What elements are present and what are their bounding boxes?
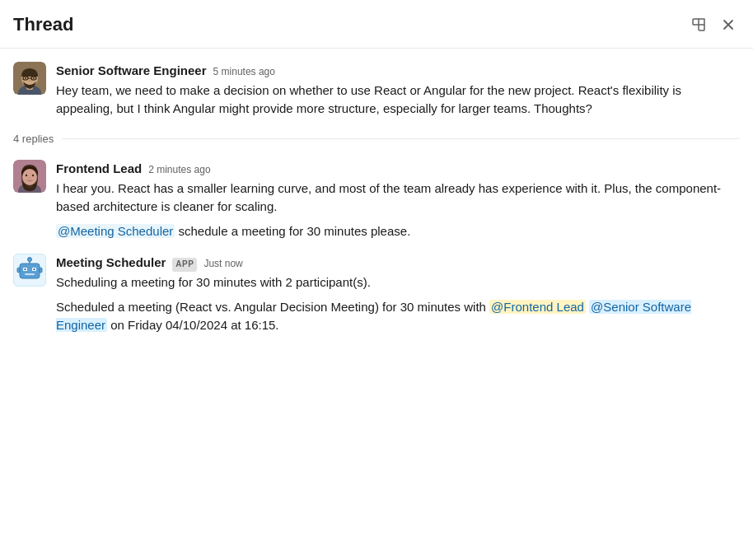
svg-rect-29	[40, 268, 42, 273]
svg-point-11	[29, 80, 31, 82]
message-paragraph: Scheduling a meeting for 30 minutes with…	[56, 273, 740, 292]
message-paragraph: I hear you. React has a smaller learning…	[56, 180, 740, 216]
sender-name: Senior Software Engineer	[56, 62, 207, 80]
thread-header: Thread	[0, 0, 753, 49]
svg-point-16	[22, 169, 37, 185]
svg-rect-1	[699, 25, 704, 30]
message-content: Frontend Lead 2 minutes ago I hear you. …	[56, 160, 740, 240]
message-meta: Frontend Lead 2 minutes ago	[56, 160, 740, 178]
message-paragraph: Scheduled a meeting (React vs. Angular D…	[56, 298, 740, 334]
message-group: Meeting Scheduler APP Just now Schedulin…	[13, 254, 740, 334]
sender-name: Meeting Scheduler	[56, 254, 166, 272]
message-text: I hear you. React has a smaller learning…	[56, 180, 740, 240]
message-meta: Senior Software Engineer 5 minutes ago	[56, 62, 740, 80]
message-text: Hey team, we need to make a decision on …	[56, 82, 740, 118]
svg-rect-0	[693, 19, 699, 25]
message-content: Senior Software Engineer 5 minutes ago H…	[56, 62, 740, 118]
svg-rect-24	[34, 268, 35, 270]
svg-rect-23	[25, 268, 26, 270]
svg-rect-25	[25, 273, 35, 275]
message-timestamp: Just now	[203, 257, 242, 272]
svg-point-9	[25, 77, 26, 79]
message-paragraph: @Meeting Scheduler schedule a meeting fo…	[56, 222, 740, 240]
mention-senior-engineer[interactable]: @Senior Software Engineer	[56, 300, 691, 332]
message-group: Frontend Lead 2 minutes ago I hear you. …	[13, 160, 740, 240]
message-text: Scheduling a meeting for 30 minutes with…	[56, 273, 740, 334]
avatar	[13, 160, 46, 193]
svg-point-19	[29, 178, 30, 180]
expand-icon[interactable]	[687, 13, 710, 36]
avatar	[13, 254, 46, 287]
replies-count: 4 replies	[13, 131, 54, 147]
app-badge: APP	[172, 258, 197, 272]
message-group: Senior Software Engineer 5 minutes ago H…	[13, 62, 740, 118]
messages-area: Senior Software Engineer 5 minutes ago H…	[0, 49, 753, 334]
header-actions	[687, 13, 740, 36]
sender-name: Frontend Lead	[56, 160, 142, 178]
svg-rect-28	[17, 268, 20, 273]
message-timestamp: 5 minutes ago	[213, 65, 275, 80]
svg-rect-20	[20, 264, 40, 278]
avatar	[13, 62, 46, 95]
message-meta: Meeting Scheduler APP Just now	[56, 254, 740, 272]
svg-point-27	[28, 258, 32, 262]
message-timestamp: 2 minutes ago	[148, 163, 210, 178]
replies-divider: 4 replies	[13, 131, 740, 147]
mention-frontend-lead[interactable]: @Frontend Lead	[489, 300, 586, 314]
svg-point-10	[33, 77, 35, 79]
thread-panel: Thread	[0, 0, 753, 334]
message-content: Meeting Scheduler APP Just now Schedulin…	[56, 254, 740, 334]
mention-meeting-scheduler[interactable]: @Meeting Scheduler	[56, 224, 175, 238]
svg-point-17	[26, 175, 27, 176]
close-icon[interactable]	[717, 13, 740, 36]
svg-point-18	[32, 175, 34, 176]
thread-title: Thread	[13, 12, 73, 38]
